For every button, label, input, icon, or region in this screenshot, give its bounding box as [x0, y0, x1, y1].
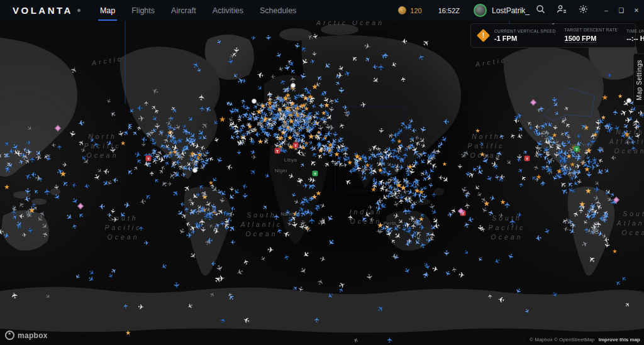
aircraft-icon[interactable]: ✈ [77, 118, 85, 127]
aircraft-icon[interactable]: ✈ [610, 154, 616, 161]
aircraft-icon[interactable]: ✈ [308, 210, 314, 217]
aircraft-icon[interactable]: ✈ [534, 123, 540, 130]
aircraft-icon[interactable]: ✈ [427, 182, 434, 189]
aircraft-icon[interactable]: ✈ [464, 202, 472, 209]
tower-marker-red[interactable]: T [525, 156, 530, 162]
aircraft-icon[interactable]: ✈ [112, 216, 118, 223]
aircraft-icon[interactable]: ✈ [509, 218, 517, 225]
aircraft-icon[interactable]: ✈ [148, 129, 155, 135]
world-map[interactable]: ArcticArcticArctic OceanNorth Pacific Oc… [0, 21, 644, 345]
aircraft-icon[interactable]: ✈ [175, 157, 181, 165]
aircraft-icon[interactable]: ✈ [603, 241, 611, 248]
username[interactable]: LostPatrik_ [492, 6, 530, 15]
aircraft-icon[interactable]: ✈ [140, 142, 147, 147]
aircraft-icon[interactable]: ✈ [328, 149, 335, 155]
airport-circle-marker[interactable] [626, 98, 631, 103]
tower-marker-green[interactable]: T [574, 146, 580, 152]
star-aircraft-icon[interactable]: ★ [579, 200, 586, 208]
aircraft-icon[interactable]: ✈ [368, 204, 374, 210]
aircraft-icon[interactable]: ✈ [378, 128, 386, 134]
aircraft-icon[interactable]: ✈ [443, 250, 450, 256]
aircraft-icon[interactable]: ✈ [516, 211, 523, 219]
aircraft-icon[interactable]: ✈ [426, 237, 433, 244]
star-aircraft-icon[interactable]: ★ [475, 129, 480, 134]
aircraft-icon[interactable]: ✈ [21, 231, 27, 238]
airport-circle-marker[interactable] [192, 168, 197, 173]
aircraft-icon[interactable]: ✈ [123, 303, 130, 309]
aircraft-icon[interactable]: ✈ [251, 35, 257, 41]
aircraft-icon[interactable]: ✈ [626, 107, 635, 114]
aircraft-icon[interactable]: ✈ [103, 166, 111, 175]
aircraft-icon[interactable]: ✈ [199, 158, 208, 166]
aircraft-icon[interactable]: ✈ [534, 233, 541, 242]
aircraft-icon[interactable]: ✈ [248, 110, 257, 118]
star-aircraft-icon[interactable]: ★ [592, 132, 597, 138]
maximize-icon[interactable]: ❑ [614, 0, 629, 21]
aircraft-icon[interactable]: ✈ [368, 170, 375, 176]
close-icon[interactable]: ✕ [629, 0, 644, 21]
star-aircraft-icon[interactable]: ★ [407, 163, 413, 171]
aircraft-icon[interactable]: ✈ [596, 146, 604, 153]
aircraft-icon[interactable]: ✈ [589, 207, 596, 213]
aircraft-icon[interactable]: ✈ [143, 240, 149, 247]
minimize-icon[interactable]: – [599, 0, 614, 21]
aircraft-icon[interactable]: ✈ [289, 75, 297, 83]
aircraft-icon[interactable]: ✈ [26, 140, 32, 146]
aircraft-icon[interactable]: ✈ [62, 162, 68, 168]
aircraft-icon[interactable]: ✈ [264, 35, 272, 41]
aircraft-icon[interactable]: ✈ [196, 192, 201, 199]
star-aircraft-icon[interactable]: ★ [60, 170, 67, 178]
aircraft-icon[interactable]: ✈ [68, 129, 77, 138]
search-icon[interactable] [530, 4, 551, 16]
aircraft-icon[interactable]: ✈ [313, 317, 321, 323]
aircraft-icon[interactable]: ✈ [387, 337, 394, 343]
tab-schedules[interactable]: Schedules [252, 0, 304, 21]
settings-gear-icon[interactable] [572, 4, 594, 16]
aircraft-icon[interactable]: ✈ [360, 101, 367, 109]
tab-flights[interactable]: Flights [123, 0, 163, 21]
aircraft-icon[interactable]: ✈ [35, 154, 42, 162]
aircraft-icon[interactable]: ✈ [337, 87, 345, 94]
tower-marker-red[interactable]: T [275, 148, 280, 154]
aircraft-icon[interactable]: ✈ [540, 180, 547, 185]
aircraft-icon[interactable]: ✈ [382, 153, 389, 161]
attribution-text[interactable]: © Mapbox © OpenStreetMap [530, 337, 594, 342]
tower-marker-red[interactable]: T [293, 143, 299, 148]
aircraft-icon[interactable]: ✈ [136, 103, 143, 111]
tab-activities[interactable]: Activities [204, 0, 252, 21]
improve-map-link[interactable]: Improve this map [599, 337, 640, 342]
aircraft-icon[interactable]: ✈ [149, 171, 155, 176]
aircraft-icon[interactable]: ✈ [139, 197, 147, 205]
star-aircraft-icon[interactable]: ★ [4, 183, 9, 190]
aircraft-icon[interactable]: ✈ [607, 72, 612, 79]
star-aircraft-icon[interactable]: ★ [612, 248, 618, 255]
aircraft-icon[interactable]: ✈ [43, 188, 52, 195]
aircraft-icon[interactable]: ✈ [108, 146, 116, 154]
aircraft-icon[interactable]: ✈ [640, 111, 644, 118]
aircraft-icon[interactable]: ✈ [311, 51, 318, 57]
star-aircraft-icon[interactable]: ★ [299, 103, 305, 109]
star-aircraft-icon[interactable]: ★ [257, 138, 264, 145]
aircraft-icon[interactable]: ✈ [411, 126, 417, 133]
aircraft-icon[interactable]: ✈ [138, 304, 145, 311]
star-aircraft-icon[interactable]: ★ [585, 187, 592, 195]
aircraft-icon[interactable]: ✈ [400, 76, 408, 82]
aircraft-icon[interactable]: ✈ [16, 150, 22, 157]
star-aircraft-icon[interactable]: ★ [308, 133, 314, 141]
aircraft-icon[interactable]: ✈ [443, 118, 449, 125]
aircraft-icon[interactable]: ✈ [348, 214, 355, 221]
aircraft-icon[interactable]: ✈ [464, 192, 469, 199]
aircraft-icon[interactable]: ✈ [432, 221, 440, 230]
aircraft-icon[interactable]: ✈ [431, 192, 438, 197]
star-aircraft-icon[interactable]: ★ [311, 83, 318, 90]
aircraft-icon[interactable]: ✈ [316, 141, 323, 148]
aircraft-icon[interactable]: ✈ [309, 177, 316, 185]
aircraft-icon[interactable]: ✈ [218, 197, 225, 204]
avatar[interactable] [474, 4, 487, 17]
star-aircraft-icon[interactable]: ★ [316, 190, 322, 197]
star-aircraft-icon[interactable]: ★ [442, 162, 447, 168]
map-settings-tab[interactable]: Map Settings [633, 53, 644, 106]
star-aircraft-icon[interactable]: ★ [602, 94, 609, 102]
aircraft-icon[interactable]: ✈ [630, 138, 636, 145]
aircraft-icon[interactable]: ✈ [270, 74, 276, 80]
